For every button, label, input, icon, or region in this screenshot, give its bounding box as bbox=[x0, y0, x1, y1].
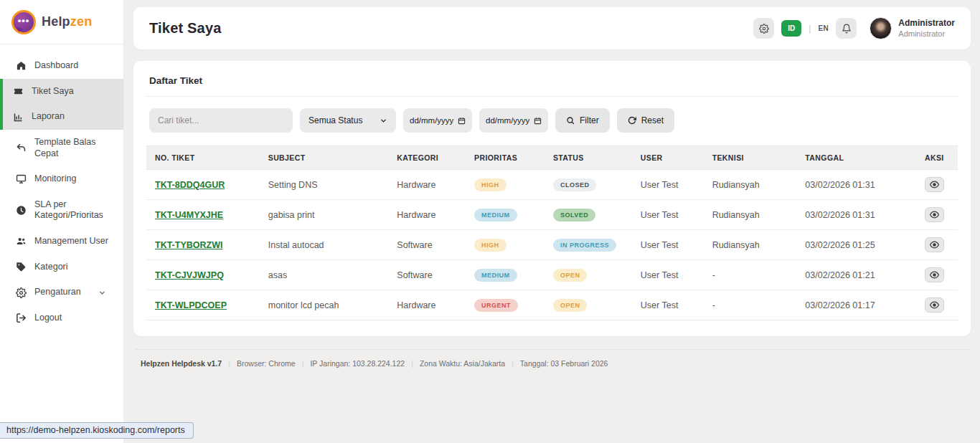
cell-priority: MEDIUM bbox=[466, 260, 545, 290]
cell-action bbox=[916, 230, 958, 260]
priority-badge: MEDIUM bbox=[474, 269, 517, 282]
column-header: SUBJECT bbox=[260, 146, 389, 170]
reply-icon bbox=[16, 143, 27, 153]
footer-separator: | bbox=[411, 359, 413, 368]
cell-category: Software bbox=[388, 260, 466, 290]
sidebar-item-dashboard[interactable]: Dashboard bbox=[0, 53, 123, 79]
column-header: KATEGORI bbox=[388, 146, 466, 170]
column-header: PRIORITAS bbox=[466, 146, 545, 170]
footer-ip: IP Jaringan: 103.28.224.122 bbox=[310, 359, 405, 368]
cell-priority: HIGH bbox=[466, 170, 545, 200]
sidebar-item-kategori[interactable]: Kategori bbox=[0, 254, 123, 280]
sidebar-menu: Dashboard Tiket Saya Laporan Template Ba… bbox=[0, 44, 123, 331]
column-header: TANGGAL bbox=[796, 146, 916, 170]
brand-name: Helpzen bbox=[42, 14, 92, 29]
sidebar-item-monitoring[interactable]: Monitoring bbox=[0, 166, 123, 192]
sidebar-item-template-balas-cepat[interactable]: Template Balas Cepat bbox=[0, 130, 123, 166]
filter-bar: Semua Status dd/mm/yyyy dd/mm/yyyy Filte… bbox=[149, 108, 955, 133]
ticket-table: NO. TIKETSUBJECTKATEGORIPRIORITASSTATUSU… bbox=[146, 146, 958, 320]
column-header: STATUS bbox=[545, 146, 632, 170]
home-icon bbox=[16, 60, 27, 71]
ticket-number-link[interactable]: TKT-CJVJWJPQ bbox=[155, 270, 224, 280]
cell-priority: HIGH bbox=[466, 230, 545, 260]
sidebar-item-label: Dashboard bbox=[34, 60, 78, 72]
monitor-icon bbox=[16, 173, 27, 184]
status-select[interactable]: Semua Status bbox=[300, 108, 396, 133]
notifications-button[interactable] bbox=[836, 18, 857, 39]
cell-ticket-number: TKT-U4MYXJHE bbox=[146, 200, 260, 230]
view-ticket-button[interactable] bbox=[925, 177, 944, 192]
date-from-input[interactable]: dd/mm/yyyy bbox=[403, 108, 472, 133]
ticket-list-card: Daftar Tiket Semua Status dd/mm/yyyy dd/… bbox=[133, 61, 971, 336]
topbar: Tiket Saya ID | EN Administrator Adminis… bbox=[133, 7, 971, 49]
cell-user: User Test bbox=[632, 230, 704, 260]
cell-user: User Test bbox=[632, 170, 704, 200]
view-ticket-button[interactable] bbox=[925, 207, 944, 222]
topbar-controls: ID | EN Administrator Administrator bbox=[753, 17, 955, 39]
avatar bbox=[870, 17, 892, 39]
table-row: TKT-TYBORZWIInstal autocadSoftwareHIGHIN… bbox=[146, 230, 958, 260]
sidebar-item-tiket-saya[interactable]: Tiket Saya bbox=[0, 79, 123, 105]
view-ticket-button[interactable] bbox=[925, 267, 944, 282]
card-title: Daftar Tiket bbox=[149, 75, 959, 86]
lang-id-button[interactable]: ID bbox=[781, 20, 801, 37]
sidebar-item-label: Pengaturan bbox=[34, 287, 81, 298]
cell-subject: Setting DNS bbox=[260, 170, 389, 200]
cell-subject: asas bbox=[260, 260, 389, 290]
cell-ticket-number: TKT-TYBORZWI bbox=[146, 230, 260, 260]
column-header: TEKNISI bbox=[704, 146, 797, 170]
sidebar-item-label: Logout bbox=[34, 313, 62, 324]
column-header: NO. TIKET bbox=[146, 146, 260, 170]
ticket-number-link[interactable]: TKT-8DDQ4GUR bbox=[155, 180, 225, 190]
lang-en-button[interactable]: EN bbox=[818, 24, 829, 32]
eye-icon bbox=[930, 300, 939, 310]
tag-icon bbox=[16, 262, 27, 272]
refresh-icon bbox=[628, 116, 636, 125]
settings-button[interactable] bbox=[753, 18, 774, 39]
status-badge: OPEN bbox=[553, 299, 588, 312]
ticket-number-link[interactable]: TKT-TYBORZWI bbox=[155, 240, 222, 250]
report-chart-icon bbox=[13, 112, 24, 123]
ticket-number-link[interactable]: TKT-U4MYXJHE bbox=[155, 210, 223, 220]
sidebar: ••• Helpzen Dashboard Tiket Saya Laporan bbox=[0, 0, 124, 443]
lang-separator: | bbox=[809, 24, 811, 34]
view-ticket-button[interactable] bbox=[925, 237, 944, 252]
card-divider bbox=[146, 96, 958, 97]
filter-button[interactable]: Filter bbox=[555, 108, 610, 133]
cell-technician: - bbox=[704, 260, 797, 290]
view-ticket-button[interactable] bbox=[925, 297, 944, 313]
cell-subject: Instal autocad bbox=[260, 230, 389, 260]
date-from-value: dd/mm/yyyy bbox=[410, 116, 453, 125]
sidebar-item-management-user[interactable]: Management User bbox=[0, 229, 123, 254]
column-header: USER bbox=[632, 146, 704, 170]
sidebar-item-label: SLA per Kategori/Prioritas bbox=[34, 199, 106, 222]
bell-icon bbox=[842, 24, 852, 34]
eye-icon bbox=[930, 270, 939, 280]
reset-button[interactable]: Reset bbox=[617, 108, 674, 133]
calendar-icon bbox=[458, 117, 466, 125]
page-title: Tiket Saya bbox=[149, 20, 222, 37]
user-name: Administrator bbox=[898, 18, 955, 28]
cell-priority: MEDIUM bbox=[466, 200, 545, 230]
footer-browser: Browser: Chrome bbox=[237, 359, 296, 368]
user-menu[interactable]: Administrator Administrator bbox=[870, 17, 955, 39]
cell-category: Hardware bbox=[388, 170, 466, 200]
brand-logo[interactable]: ••• Helpzen bbox=[0, 0, 123, 44]
cell-ticket-number: TKT-8DDQ4GUR bbox=[146, 170, 260, 200]
sidebar-item-pengaturan[interactable]: Pengaturan bbox=[0, 280, 123, 305]
search-input[interactable] bbox=[149, 108, 293, 133]
clock-icon bbox=[16, 205, 27, 216]
cell-category: Hardware bbox=[388, 290, 466, 320]
sidebar-item-logout[interactable]: Logout bbox=[0, 305, 123, 331]
sidebar-item-sla[interactable]: SLA per Kategori/Prioritas bbox=[0, 192, 123, 229]
ticket-icon bbox=[13, 86, 24, 97]
cell-subject: gabisa print bbox=[260, 200, 389, 230]
sidebar-item-laporan[interactable]: Laporan bbox=[0, 104, 123, 130]
date-to-input[interactable]: dd/mm/yyyy bbox=[479, 108, 548, 133]
logo-dots: ••• bbox=[18, 16, 30, 25]
user-meta: Administrator Administrator bbox=[898, 18, 955, 39]
sidebar-item-label: Management User bbox=[34, 236, 108, 247]
cell-date: 03/02/2026 01:21 bbox=[796, 260, 916, 290]
ticket-number-link[interactable]: TKT-WLPDCOEP bbox=[155, 300, 227, 310]
cell-action bbox=[916, 290, 958, 320]
